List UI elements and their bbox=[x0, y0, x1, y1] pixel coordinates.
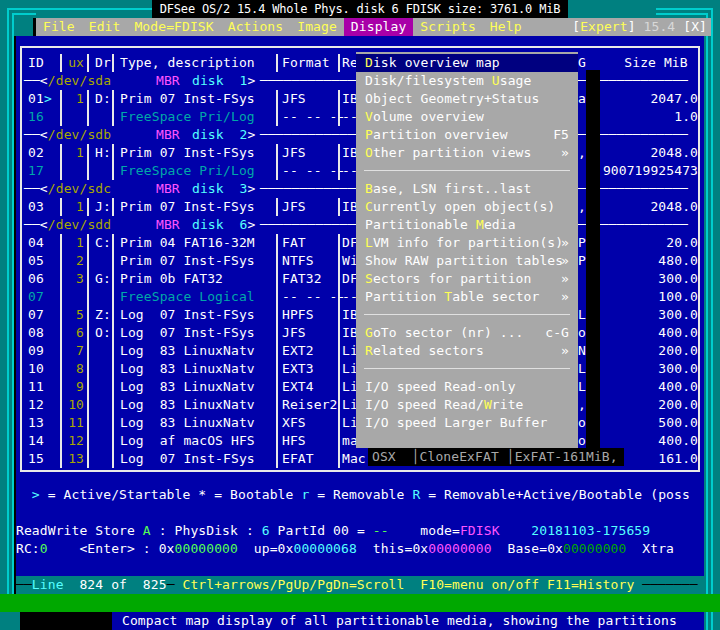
cell-ux: 1 bbox=[64, 234, 84, 252]
cell-drive: O: bbox=[95, 324, 111, 342]
menu-item-label: Partitionable Media bbox=[365, 216, 516, 234]
text-segment: ] bbox=[628, 19, 644, 34]
menu-edit[interactable]: Edit bbox=[89, 18, 121, 36]
text-segment: ─ bbox=[167, 577, 183, 592]
menu-item-partitionable-media[interactable]: Partitionable Media bbox=[356, 216, 578, 234]
col-ux: ux bbox=[64, 54, 84, 72]
cell-id: 03 bbox=[28, 198, 44, 216]
scroll-status-bar[interactable]: ──Line 824 of 825─ Ctrl+arrows/PgUp/PgDn… bbox=[16, 576, 704, 594]
accel-letter: C bbox=[365, 199, 373, 214]
cell-ux: 6 bbox=[64, 324, 84, 342]
frame-left-outer bbox=[7, 8, 9, 612]
cell-format: JFS bbox=[282, 324, 306, 342]
column-divider bbox=[60, 54, 62, 72]
cell-id: 10 bbox=[28, 360, 44, 378]
column-divider bbox=[276, 270, 278, 288]
dfsee-app-window: DFSee OS/2 15.4 Whole Phys. disk 6 FDISK… bbox=[0, 0, 720, 630]
menu-file[interactable]: File bbox=[43, 18, 75, 36]
menu-display[interactable]: Display bbox=[344, 18, 414, 36]
cell-ux: 1 bbox=[64, 90, 84, 108]
text-segment: up=0x bbox=[238, 541, 294, 556]
text-segment: RC: bbox=[16, 541, 40, 556]
column-divider bbox=[276, 324, 278, 342]
menu-scripts[interactable]: Scripts bbox=[420, 18, 476, 36]
column-divider bbox=[60, 360, 62, 378]
column-divider bbox=[338, 270, 340, 288]
disk-label: MBR bbox=[156, 126, 180, 144]
menu-item-i-o-speed-read-only[interactable]: I/O speed Read-only bbox=[356, 378, 578, 396]
menu-item-i-o-speed-larger-buffer[interactable]: I/O speed Larger Buffer bbox=[356, 414, 578, 432]
menu-item-object-geometry-status[interactable]: Object Geometry+Status bbox=[356, 90, 578, 108]
cell-type: FreeSpace Pri/Log bbox=[120, 108, 255, 126]
menu-item-hotkey: F5 bbox=[553, 126, 569, 144]
cell-format: -- -- -- bbox=[282, 288, 345, 306]
menu-item-show-raw-partition-tables[interactable]: Show RAW partition tables» bbox=[356, 252, 578, 270]
menu-item-related-sectors[interactable]: Related sectors» bbox=[356, 342, 578, 360]
column-divider bbox=[338, 360, 340, 378]
cell-g: P bbox=[578, 252, 586, 270]
menu-item-base-lsn-first-last[interactable]: Base, LSN first..last bbox=[356, 180, 578, 198]
column-divider bbox=[276, 342, 278, 360]
menu-item-label: GoTo sector (nr) ... bbox=[365, 324, 524, 342]
cell-id: 12 bbox=[28, 396, 44, 414]
cell-size: 300.0 bbox=[600, 306, 698, 324]
menu-item-other-partition-views[interactable]: Other partition views» bbox=[356, 144, 578, 162]
disk-number: disk 1> bbox=[192, 72, 255, 90]
menu-item-lvm-info-for-partition-s[interactable]: LVM info for partition(s)» bbox=[356, 234, 578, 252]
menu-item-goto-sector-nr[interactable]: GoTo sector (nr) ...c-G bbox=[356, 324, 578, 342]
cell-format: EFAT bbox=[282, 450, 314, 468]
text-segment: = Bootable bbox=[206, 487, 301, 502]
menu-item-hotkey: » bbox=[561, 144, 569, 162]
menu-item-i-o-speed-read-write[interactable]: I/O speed Read/Write bbox=[356, 396, 578, 414]
menu-item-disk-filesystem-usage[interactable]: Disk/filesystem Usage bbox=[356, 72, 578, 90]
column-divider bbox=[87, 306, 89, 324]
cell-size: 480.0 bbox=[600, 252, 698, 270]
menu-item-label: Disk/filesystem Usage bbox=[365, 72, 531, 90]
text-segment: > bbox=[248, 181, 256, 196]
cell-drive: Z: bbox=[95, 306, 111, 324]
column-divider bbox=[338, 198, 340, 216]
column-divider bbox=[87, 144, 89, 162]
text-segment: 00000068 bbox=[293, 541, 356, 556]
hint-gap bbox=[20, 612, 112, 630]
column-divider bbox=[276, 378, 278, 396]
column-divider bbox=[112, 450, 114, 468]
cell-id: 11 bbox=[28, 378, 44, 396]
cell-ux: 10 bbox=[64, 396, 84, 414]
menu-item-currently-open-object-s[interactable]: Currently open object(s) bbox=[356, 198, 578, 216]
menu-item-partition-table-sector[interactable]: Partition Table sector» bbox=[356, 288, 578, 306]
column-divider bbox=[276, 450, 278, 468]
text-segment: disk 1 bbox=[192, 73, 248, 88]
column-divider bbox=[60, 324, 62, 342]
cell-drive: D: bbox=[95, 90, 111, 108]
menu-item-partition-overview[interactable]: Partition overviewF5 bbox=[356, 126, 578, 144]
column-divider bbox=[60, 306, 62, 324]
label-post: ectors for partition bbox=[373, 271, 532, 286]
menu-item-volume-overview[interactable]: Volume overview bbox=[356, 108, 578, 126]
disk-label: MBR bbox=[156, 216, 180, 234]
text-segment: ReadWrite Store bbox=[16, 523, 143, 538]
column-divider bbox=[87, 324, 89, 342]
menu-help[interactable]: Help bbox=[490, 18, 522, 36]
close-icon[interactable]: [X] bbox=[675, 19, 707, 34]
menu-item-disk-overview-map[interactable]: Disk overview map bbox=[356, 54, 578, 72]
cell-id: 01 bbox=[28, 90, 44, 108]
text-segment: Line bbox=[32, 577, 64, 592]
column-divider bbox=[338, 324, 340, 342]
accel-letter: L bbox=[365, 235, 373, 250]
column-divider bbox=[338, 378, 340, 396]
cell-g: , bbox=[578, 396, 586, 414]
menu-item-sectors-for-partition[interactable]: Sectors for partition» bbox=[356, 270, 578, 288]
menu-mode-fdisk[interactable]: Mode=FDISK bbox=[134, 18, 213, 36]
column-divider bbox=[60, 198, 62, 216]
disk-device: ──</dev/sdd bbox=[24, 216, 111, 234]
menu-image[interactable]: Image bbox=[297, 18, 337, 36]
cell-type: Prim 04 FAT16-32M bbox=[120, 234, 255, 252]
column-divider bbox=[60, 414, 62, 432]
column-divider bbox=[60, 432, 62, 450]
cell-type: Log 83 LinuxNatv bbox=[120, 360, 255, 378]
menu-actions[interactable]: Actions bbox=[228, 18, 284, 36]
cell-type: Prim 07 Inst-FSys bbox=[120, 90, 255, 108]
disk-number: disk 6> bbox=[192, 216, 255, 234]
cell-g: P bbox=[578, 234, 586, 252]
